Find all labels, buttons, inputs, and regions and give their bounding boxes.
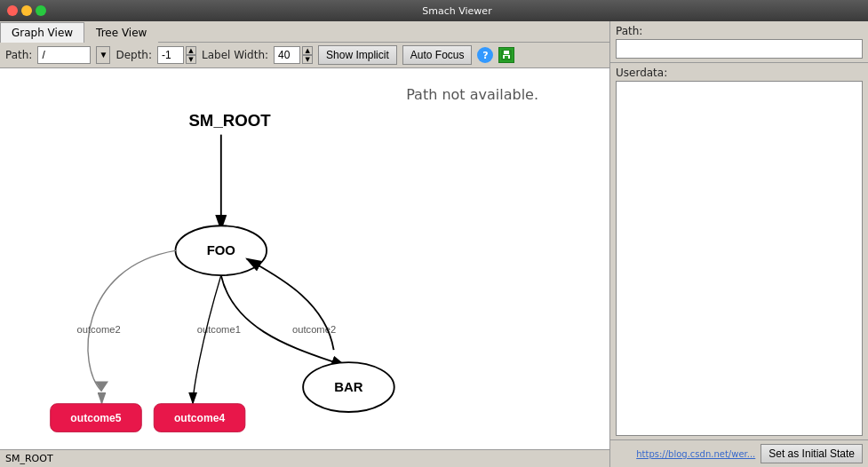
svg-text:outcome4: outcome4 (174, 412, 225, 424)
title-bar: Smach Viewer (0, 0, 868, 21)
depth-input[interactable] (157, 46, 184, 64)
labelwidth-down-btn[interactable]: ▼ (302, 55, 313, 64)
labelwidth-up-btn[interactable]: ▲ (302, 46, 313, 55)
labelwidth-label: Label Width: (202, 49, 268, 61)
tab-graph-view[interactable]: Graph View (0, 22, 84, 43)
labelwidth-input[interactable] (274, 46, 300, 64)
close-button[interactable] (7, 5, 18, 16)
svg-text:outcome1: outcome1 (197, 324, 241, 335)
watermark-link[interactable]: https://blog.csdn.net/wer... (636, 449, 755, 459)
path-dropdown-btn[interactable]: ▼ (96, 46, 110, 64)
depth-down-btn[interactable]: ▼ (186, 55, 196, 64)
depth-spinner: ▲ ▼ (186, 46, 196, 64)
right-path-label: Path: (616, 25, 863, 37)
window-title: Smach Viewer (53, 5, 861, 17)
graph-canvas[interactable]: Path not available. SM_ROOT FOO outcome2… (0, 68, 609, 449)
tab-bar: Graph View Tree View (0, 21, 609, 43)
auto-focus-button[interactable]: Auto Focus (402, 45, 473, 65)
help-icon[interactable]: ? (477, 47, 493, 63)
show-implicit-button[interactable]: Show Implicit (318, 45, 397, 65)
tab-tree-view[interactable]: Tree View (84, 22, 158, 43)
minimize-button[interactable] (21, 5, 32, 16)
right-path-input[interactable] (616, 39, 863, 59)
status-text: SM_ROOT (5, 453, 53, 464)
svg-rect-1 (504, 51, 509, 54)
svg-rect-3 (505, 56, 508, 59)
main-layout: Graph View Tree View Path: ▼ Depth: ▲ ▼ … (0, 21, 868, 467)
right-panel: Path: Userdata: https://blog.csdn.net/we… (610, 21, 868, 467)
path-label: Path: (5, 49, 32, 61)
right-userdata-textarea[interactable] (616, 81, 863, 436)
right-panel-bottom: https://blog.csdn.net/wer... Set as Init… (610, 439, 868, 467)
svg-text:outcome5: outcome5 (70, 412, 121, 424)
depth-up-btn[interactable]: ▲ (186, 46, 196, 55)
path-input[interactable] (37, 46, 91, 64)
window-controls (7, 5, 46, 16)
svg-text:FOO: FOO (207, 242, 235, 257)
labelwidth-spinner: ▲ ▼ (302, 46, 313, 64)
left-panel: Graph View Tree View Path: ▼ Depth: ▲ ▼ … (0, 21, 610, 467)
toolbar: Path: ▼ Depth: ▲ ▼ Label Width: ▲ ▼ Show… (0, 43, 609, 68)
svg-text:BAR: BAR (334, 379, 363, 394)
status-bar: SM_ROOT (0, 449, 609, 467)
maximize-button[interactable] (36, 5, 46, 16)
depth-label: Depth: (115, 49, 152, 61)
graph-svg: SM_ROOT FOO outcome2 outcome1 outcome2 (0, 68, 609, 449)
save-icon[interactable] (498, 47, 514, 63)
path-section: Path: (610, 21, 868, 63)
right-userdata-label: Userdata: (616, 67, 863, 79)
sm-root-label: SM_ROOT (188, 111, 271, 130)
userdata-section: Userdata: (610, 63, 868, 439)
svg-text:outcome2: outcome2 (77, 324, 121, 335)
set-initial-state-button[interactable]: Set as Initial State (760, 444, 863, 463)
